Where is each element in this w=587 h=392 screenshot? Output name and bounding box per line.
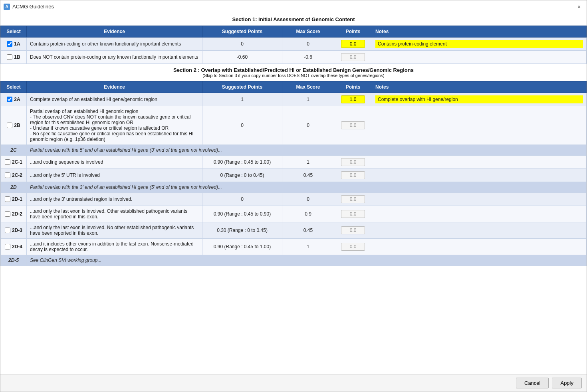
evidence-cell: Complete overlap of an established HI ge… bbox=[27, 93, 202, 106]
evidence-cell: See ClinGen SVI working group... bbox=[27, 255, 587, 266]
checkbox-2A[interactable] bbox=[7, 97, 12, 102]
cancel-button[interactable]: Cancel bbox=[516, 378, 549, 388]
points-cell bbox=[334, 106, 372, 145]
points-cell bbox=[334, 38, 372, 51]
points-cell bbox=[334, 93, 372, 106]
suggested-points-cell: 0 bbox=[202, 193, 282, 206]
app-icon: A bbox=[4, 4, 10, 10]
select-cell: 2D bbox=[1, 182, 27, 193]
suggested-points-cell: 1 bbox=[202, 93, 282, 106]
notes-cell bbox=[372, 206, 587, 222]
section2-table: Select Evidence Suggested Points Max Sco… bbox=[0, 81, 587, 266]
table-row: 2CPartial overlap with the 5' end of an … bbox=[1, 145, 587, 156]
s2-col-header-evidence: Evidence bbox=[27, 81, 202, 93]
notes-cell bbox=[372, 193, 587, 206]
row-id-label: 2B bbox=[14, 123, 20, 128]
points-input-1B[interactable] bbox=[341, 53, 365, 61]
evidence-cell: Does NOT contain protein-coding or any k… bbox=[27, 51, 202, 64]
checkbox-2D-2[interactable] bbox=[5, 211, 10, 217]
evidence-cell: ...and only the last exon is involved. N… bbox=[27, 222, 202, 239]
table-row: 2D-2...and only the last exon is involve… bbox=[1, 206, 587, 222]
table-row: 2AComplete overlap of an established HI … bbox=[1, 93, 587, 106]
points-input-1A[interactable] bbox=[341, 40, 365, 48]
points-cell bbox=[334, 206, 372, 222]
points-cell bbox=[334, 51, 372, 64]
select-cell: 2C-2 bbox=[1, 169, 27, 182]
section1-header: Section 1: Initial Assessment of Genomic… bbox=[0, 13, 587, 26]
checkbox-1B[interactable] bbox=[7, 54, 12, 60]
s2-col-header-points: Points bbox=[334, 81, 372, 93]
evidence-cell: ...and only the 3' untranslated region i… bbox=[27, 193, 202, 206]
table-row: 2DPartial overlap with the 3' end of an … bbox=[1, 182, 587, 193]
notes-cell bbox=[372, 106, 587, 145]
checkbox-2D-4[interactable] bbox=[5, 244, 10, 249]
select-cell: 2D-5 bbox=[1, 255, 27, 266]
max-score-cell: 0 bbox=[282, 106, 334, 145]
points-cell bbox=[334, 193, 372, 206]
row-id-label: 2C-1 bbox=[12, 159, 22, 165]
evidence-cell: Partial overlap of an established HI gen… bbox=[27, 106, 202, 145]
points-input-2D-1[interactable] bbox=[341, 195, 365, 203]
notes-cell bbox=[372, 222, 587, 239]
notes-cell: Complete overlap with HI gene/region bbox=[372, 93, 587, 106]
select-cell: 2D-2 bbox=[1, 206, 27, 222]
evidence-cell: ...and only the 5' UTR is involved bbox=[27, 169, 202, 182]
select-cell: 2D-4 bbox=[1, 239, 27, 255]
max-score-cell: 0 bbox=[282, 38, 334, 51]
table-row: 2D-1...and only the 3' untranslated regi… bbox=[1, 193, 587, 206]
points-input-2B[interactable] bbox=[341, 121, 365, 129]
close-button[interactable]: × bbox=[575, 2, 583, 11]
select-cell: 1B bbox=[1, 51, 27, 64]
section2-body: 2AComplete overlap of an established HI … bbox=[1, 93, 587, 266]
points-input-2D-3[interactable] bbox=[341, 226, 365, 234]
s2-col-header-suggested: Suggested Points bbox=[202, 81, 282, 93]
points-input-2D-2[interactable] bbox=[341, 210, 365, 218]
s2-col-header-max: Max Score bbox=[282, 81, 334, 93]
suggested-points-cell: 0.90 (Range : 0.45 to 1.00) bbox=[202, 239, 282, 255]
row-id-label: 2D-1 bbox=[12, 196, 22, 202]
col-header-notes: Notes bbox=[372, 26, 587, 38]
row-id-label: 1A bbox=[14, 41, 20, 47]
checkbox-1A[interactable] bbox=[7, 41, 12, 47]
max-score-cell: 1 bbox=[282, 93, 334, 106]
row-id-label: 2D-2 bbox=[12, 211, 22, 217]
title-bar: A ACMG Guidelines × bbox=[0, 0, 587, 13]
suggested-points-cell: 0 bbox=[202, 38, 282, 51]
notes-cell bbox=[372, 51, 587, 64]
points-input-2C-1[interactable] bbox=[341, 158, 365, 166]
max-score-cell: 0 bbox=[282, 193, 334, 206]
max-score-cell: 0.45 bbox=[282, 222, 334, 239]
points-input-2C-2[interactable] bbox=[341, 171, 365, 179]
apply-button[interactable]: Apply bbox=[552, 378, 582, 388]
checkbox-2D-3[interactable] bbox=[5, 228, 10, 233]
section2-header: Section 2 : Overlap with Established/Pre… bbox=[0, 64, 587, 81]
select-cell: 2B bbox=[1, 106, 27, 145]
s2-col-header-select: Select bbox=[1, 81, 27, 93]
table-row: 2C-2...and only the 5' UTR is involved0 … bbox=[1, 169, 587, 182]
s2-col-header-notes: Notes bbox=[372, 81, 587, 93]
row-id-label: 2D-5 bbox=[8, 257, 19, 263]
content-area[interactable]: Section 1: Initial Assessment of Genomic… bbox=[0, 13, 587, 374]
section2-header-row: Select Evidence Suggested Points Max Sco… bbox=[1, 81, 587, 93]
evidence-cell: ...and it includes other exons in additi… bbox=[27, 239, 202, 255]
evidence-cell: Partial overlap with the 5' end of an es… bbox=[27, 145, 587, 156]
max-score-cell: -0.6 bbox=[282, 51, 334, 64]
suggested-points-cell: 0 (Range : 0 to 0.45) bbox=[202, 169, 282, 182]
checkbox-2C-2[interactable] bbox=[5, 172, 10, 178]
notes-cell bbox=[372, 239, 587, 255]
evidence-cell: Partial overlap with the 3' end of an es… bbox=[27, 182, 587, 193]
checkbox-2C-1[interactable] bbox=[5, 159, 10, 165]
evidence-cell: Contains protein-coding or other known f… bbox=[27, 38, 202, 51]
checkbox-2B[interactable] bbox=[7, 123, 12, 128]
select-cell: 2A bbox=[1, 93, 27, 106]
table-row: 2BPartial overlap of an established HI g… bbox=[1, 106, 587, 145]
col-header-evidence: Evidence bbox=[27, 26, 202, 38]
suggested-points-cell: 0.90 (Range : 0.45 to 0.90) bbox=[202, 206, 282, 222]
checkbox-2D-1[interactable] bbox=[5, 196, 10, 202]
section1-table: Select Evidence Suggested Points Max Sco… bbox=[0, 26, 587, 64]
col-header-select: Select bbox=[1, 26, 27, 38]
points-input-2D-4[interactable] bbox=[341, 243, 365, 251]
notes-text: Contains protein-coding element bbox=[375, 40, 583, 48]
section1-header-row: Select Evidence Suggested Points Max Sco… bbox=[1, 26, 587, 38]
points-input-2A[interactable] bbox=[341, 95, 365, 103]
